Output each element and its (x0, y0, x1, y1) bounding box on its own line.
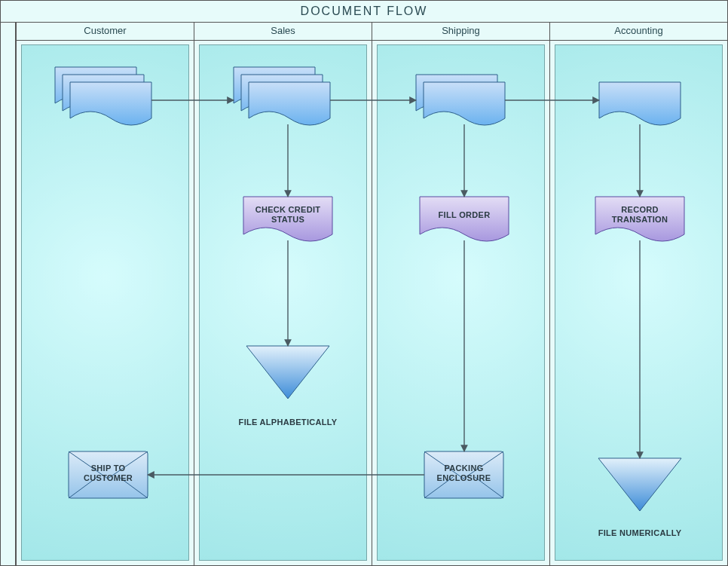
swimlane-headers: Customer Sales Shipping Accounting (16, 22, 727, 41)
lane-shipping (372, 40, 549, 565)
lane-sales (194, 40, 372, 565)
left-rail (1, 22, 16, 565)
lane-header-customer: Customer (16, 22, 194, 40)
lane-header-sales: Sales (194, 22, 372, 40)
lane-header-shipping: Shipping (372, 22, 549, 40)
swimlane-body (16, 40, 727, 565)
lane-customer (16, 40, 194, 565)
diagram-canvas: DOCUMENT FLOW Customer Sales Shipping Ac… (0, 0, 728, 566)
lane-accounting (549, 40, 727, 565)
diagram-title: DOCUMENT FLOW (1, 1, 727, 23)
lane-header-accounting: Accounting (549, 22, 727, 40)
